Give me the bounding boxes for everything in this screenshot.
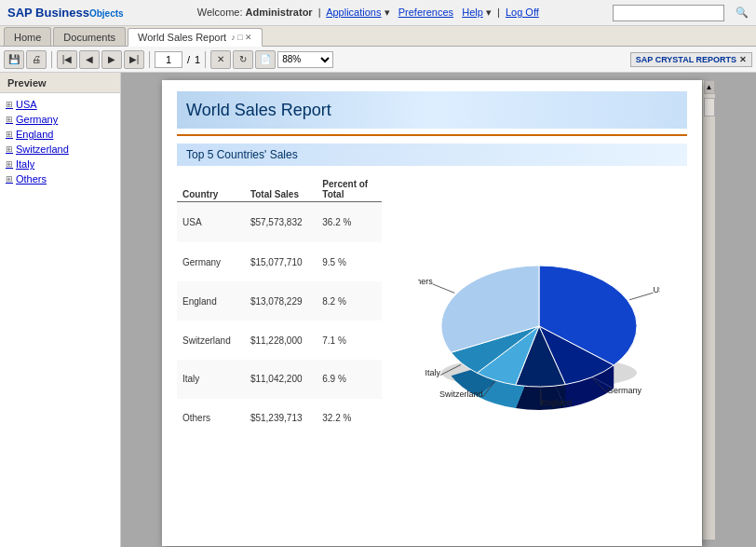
btn-stop[interactable]: ✕ — [210, 50, 231, 69]
tree-label-others: Others — [16, 173, 47, 185]
help-link[interactable]: Help — [462, 7, 483, 18]
toolbar-sep-2 — [149, 51, 150, 68]
tab-documents[interactable]: Documents — [53, 27, 126, 46]
btn-print[interactable]: 🖨 — [26, 50, 47, 69]
report-title: World Sales Report — [186, 101, 331, 120]
expand-icon-italy: ⊞ — [6, 159, 13, 169]
cell-percent: 32.2 % — [317, 399, 382, 438]
slice-label: USA — [653, 285, 660, 294]
btn-last-page[interactable]: ▶| — [124, 50, 144, 69]
table-row: Switzerland $11,228,000 7.1 % — [177, 321, 382, 360]
data-table: Country Total Sales Percent ofTotal USA … — [177, 177, 382, 438]
search-input[interactable] — [613, 5, 724, 21]
crystal-close-icon[interactable]: ✕ — [739, 55, 747, 64]
report-content: Country Total Sales Percent ofTotal USA … — [177, 177, 687, 438]
zoom-select[interactable]: 88% 100% 75% 50% — [277, 51, 333, 68]
tree-items: ⊞ USA ⊞ Germany ⊞ England ⊞ Switzerland … — [0, 93, 120, 190]
section-title: Top 5 Countries' Sales — [186, 148, 298, 161]
toolbar-sep-1 — [51, 51, 52, 68]
welcome-area: Welcome: Administrator | Applications ▾ … — [197, 7, 539, 19]
btn-prev-page[interactable]: ◀ — [79, 50, 100, 69]
btn-export[interactable]: 📄 — [255, 50, 276, 69]
toolbar-sep-3 — [205, 51, 206, 68]
report-divider — [177, 134, 687, 136]
cell-country: USA — [177, 202, 245, 243]
cell-country: England — [177, 281, 245, 321]
cell-country: Switzerland — [177, 321, 245, 360]
logoff-link[interactable]: Log Off — [506, 7, 539, 18]
cell-country: Others — [177, 399, 245, 438]
table-row: USA $57,573,832 36.2 % — [177, 202, 382, 243]
section-header: Top 5 Countries' Sales — [177, 144, 687, 166]
tree-label-switzerland: Switzerland — [16, 144, 69, 155]
scroll-thumb[interactable] — [704, 98, 715, 116]
table-row: Italy $11,042,200 6.9 % — [177, 360, 382, 399]
btn-first-page[interactable]: |◀ — [57, 50, 77, 69]
report-page: World Sales Report Top 5 Countries' Sale… — [162, 80, 702, 546]
applications-link[interactable]: Applications — [326, 7, 381, 18]
btn-save[interactable]: 💾 — [4, 50, 24, 69]
crystal-reports-logo: SAP CRYSTAL REPORTS ✕ — [630, 52, 752, 67]
cell-percent: 7.1 % — [317, 321, 382, 360]
tree-label-usa: USA — [16, 99, 37, 110]
preferences-link[interactable]: Preferences — [398, 7, 453, 18]
left-panel: Preview ⊞ USA ⊞ Germany ⊞ England ⊞ Swit… — [0, 73, 121, 547]
btn-refresh[interactable]: ↻ — [233, 50, 253, 69]
col-country: Country — [177, 177, 245, 202]
tab-world-sales-label: World Sales Report — [138, 32, 226, 43]
slice-label: England — [541, 398, 572, 407]
page-separator: / — [184, 54, 193, 65]
slice-label: Switzerland — [439, 390, 483, 399]
scroll-up-btn[interactable]: ▲ — [704, 80, 715, 94]
report-header-bar: World Sales Report — [177, 91, 687, 129]
page-total: 1 — [195, 54, 200, 65]
cell-percent: 6.9 % — [317, 360, 382, 399]
preview-tab-label: Preview — [0, 73, 120, 93]
table-row: Others $51,239,713 32.2 % — [177, 399, 382, 438]
tree-item-england[interactable]: ⊞ England — [2, 127, 118, 142]
cell-sales: $11,042,200 — [245, 360, 317, 399]
cell-sales: $57,573,832 — [245, 202, 317, 243]
search-icon[interactable]: 🔍 — [736, 7, 749, 19]
tree-label-england: England — [16, 129, 53, 140]
cell-country: Germany — [177, 242, 245, 281]
tab-home-label: Home — [14, 32, 41, 43]
tab-home[interactable]: Home — [4, 27, 51, 46]
expand-icon-germany: ⊞ — [6, 115, 13, 124]
sap-logo: SAP BusinessObjects — [7, 6, 124, 20]
cell-percent: 8.2 % — [317, 281, 382, 321]
search-area: 🔍 — [613, 5, 749, 21]
cell-sales: $15,077,710 — [245, 242, 317, 281]
expand-icon-england: ⊞ — [6, 130, 13, 139]
cell-sales: $11,228,000 — [245, 321, 317, 360]
slice-label: Others — [418, 277, 433, 286]
table-row: Germany $15,077,710 9.5 % — [177, 242, 382, 281]
tree-label-germany: Germany — [16, 114, 58, 125]
tab-close-icon[interactable]: ♪ □ ✕ — [231, 33, 252, 42]
page-number-input[interactable] — [155, 51, 182, 68]
tree-item-usa[interactable]: ⊞ USA — [2, 97, 118, 112]
expand-icon-usa: ⊞ — [6, 100, 13, 109]
col-percent: Percent ofTotal — [317, 177, 382, 202]
logo-area: SAP BusinessObjects — [7, 6, 124, 20]
crystal-reports-label: SAP CRYSTAL REPORTS — [636, 55, 736, 64]
tree-item-germany[interactable]: ⊞ Germany — [2, 112, 118, 127]
cell-sales: $51,239,713 — [245, 399, 317, 438]
content-area[interactable]: World Sales Report Top 5 Countries' Sale… — [121, 73, 756, 547]
tree-item-switzerland[interactable]: ⊞ Switzerland — [2, 142, 118, 157]
tree-item-others[interactable]: ⊞ Others — [2, 171, 118, 186]
tree-item-italy[interactable]: ⊞ Italy — [2, 157, 118, 171]
cell-sales: $13,078,229 — [245, 281, 317, 321]
top-bar: SAP BusinessObjects Welcome: Administrat… — [0, 0, 756, 26]
tab-documents-label: Documents — [63, 32, 115, 43]
tree-label-italy: Italy — [16, 158, 34, 170]
slice-label-line — [629, 293, 653, 300]
cell-country: Italy — [177, 360, 245, 399]
preview-label: Preview — [7, 77, 47, 89]
tab-world-sales[interactable]: World Sales Report ♪ □ ✕ — [128, 28, 263, 47]
btn-next-page[interactable]: ▶ — [101, 50, 122, 69]
welcome-text: Welcome: — [197, 7, 243, 18]
cell-percent: 9.5 % — [317, 242, 382, 281]
scrollbar[interactable]: ▲ — [702, 80, 715, 540]
slice-label: Italy — [425, 368, 440, 377]
